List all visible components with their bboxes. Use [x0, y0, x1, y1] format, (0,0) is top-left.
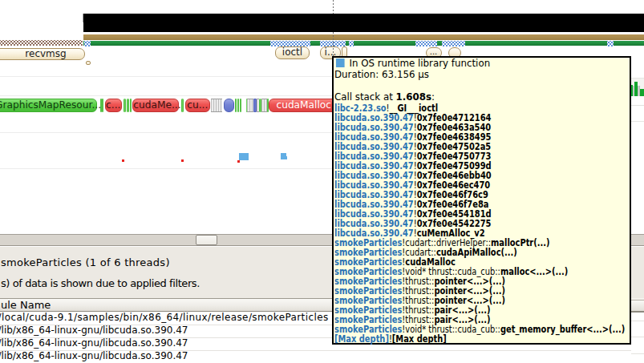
tooltip-title: In OS runtime library function — [349, 58, 490, 69]
frame-module: [Max depth] — [334, 333, 389, 345]
right-strip-header — [631, 300, 644, 312]
timeline-blue-patch — [442, 41, 465, 46]
timeline-cursor-line — [333, 0, 334, 14]
chip-cuda-malloc[interactable]: cudaMalloc — [269, 99, 337, 112]
profiler-window: recvmsg ioctl i... ... GraphicsMapResour… — [0, 0, 644, 363]
chip-sliver[interactable] — [235, 99, 237, 112]
timeline-cursor-line — [333, 32, 334, 57]
chip-graphics-map-resources[interactable]: GraphicsMapResour... — [0, 99, 97, 112]
callstack-suffix: : — [431, 91, 435, 103]
marker-red-dot[interactable] — [122, 159, 124, 162]
filter-info-text: s) of data is shown due to applied filte… — [1, 277, 200, 289]
chip-sliver[interactable] — [237, 99, 239, 112]
tooltip-title-line: In OS runtime library function — [334, 58, 621, 70]
tooltip-blank-line — [334, 81, 621, 92]
callstack-time: 1.608s — [395, 91, 431, 103]
chip-sliver[interactable] — [261, 99, 268, 112]
chip-sliver[interactable] — [124, 99, 126, 112]
timeline-green-bar[interactable] — [83, 41, 644, 46]
timeline-row-separator — [0, 95, 332, 96]
chip-cu-truncated[interactable]: cu... — [185, 99, 210, 112]
right-strip-separator — [631, 105, 644, 107]
interval-ioctl[interactable]: ioctl — [275, 46, 310, 59]
chip-cuda-me-truncated[interactable]: cudaMe... — [132, 99, 179, 112]
chip-sliver[interactable] — [102, 99, 103, 112]
table-row[interactable]: /lib/x86_64-linux-gnu/libcuda.so.390.47 — [0, 351, 188, 361]
right-strip-separator — [631, 121, 644, 122]
tooltip-callstack-heading: Call stack at 1.608s: — [334, 92, 621, 103]
legend-square-icon — [335, 58, 344, 67]
utilization-bar-green — [640, 89, 644, 96]
timeline-black-bar — [83, 14, 644, 32]
timeline-blue-patch — [349, 41, 354, 46]
tooltip-duration: Duration: 63.156 µs — [334, 70, 621, 81]
table-header-label: ule Name — [1, 300, 51, 311]
timeline-blue-patch — [607, 41, 614, 46]
frame-function: malloc<...>(...) — [500, 266, 567, 277]
table-row[interactable]: /lib/x86_64-linux-gnu/libcuda.so.390.47 — [0, 325, 188, 336]
horizontal-scrollbar-thumb[interactable] — [196, 235, 217, 245]
right-strip-band — [631, 311, 644, 313]
timeline-row-separator — [0, 132, 332, 133]
chip-sliver[interactable] — [181, 99, 184, 112]
chip-c-truncated[interactable]: c... — [105, 99, 123, 112]
marker-red-dot[interactable] — [237, 160, 240, 163]
chip-sliver[interactable] — [247, 99, 253, 112]
callstack-tooltip: In OS runtime library function Duration:… — [332, 56, 632, 345]
marker-red-dot[interactable] — [181, 159, 184, 162]
timeline-gold-bar[interactable] — [83, 34, 644, 40]
callstack-frame: [Max depth]![Max depth] — [334, 334, 573, 344]
callstack-prefix: Call stack at — [334, 91, 396, 103]
interval-recvmsg[interactable]: recvmsg — [0, 48, 85, 60]
marker-blue-range[interactable] — [239, 153, 249, 160]
right-strip-row-separator — [631, 321, 644, 321]
chip-sliver[interactable] — [240, 99, 241, 112]
callstack-frames: libc-2.23.so!__GI___ioctl libcuda.so.390… — [334, 103, 630, 345]
timeline-brown-wait-bar[interactable] — [0, 40, 83, 46]
chip-sliver[interactable] — [130, 99, 132, 112]
timeline-row-separator — [0, 76, 332, 77]
frame-separator: ! — [388, 333, 391, 345]
right-strip-row-separator — [631, 337, 644, 337]
interval-fragment[interactable] — [86, 61, 91, 66]
frame-function: [Max depth] — [391, 333, 446, 345]
timeline-blue-patch — [270, 41, 310, 46]
timeline-row-separator — [0, 168, 332, 169]
chip-sliver[interactable] — [127, 99, 129, 112]
chip-blue[interactable] — [224, 99, 234, 112]
table-row[interactable]: /lib/x86_64-linux-gnu/libcuda.so.390.47 — [0, 338, 188, 349]
marker-blue-range[interactable] — [285, 156, 288, 159]
chip-sliver[interactable] — [211, 99, 222, 112]
table-row[interactable]: /local/cuda-9.1/samples/bin/x86_64/linux… — [0, 313, 329, 323]
right-strip-row-separator — [631, 353, 644, 354]
timeline-blue-patch — [415, 41, 437, 46]
frame-function: get_memory_buffer<...>(...) — [500, 324, 624, 335]
timeline-blue-patch — [84, 41, 91, 46]
thread-info-text: smokeParticles (1 of 6 threads) — [1, 256, 170, 268]
